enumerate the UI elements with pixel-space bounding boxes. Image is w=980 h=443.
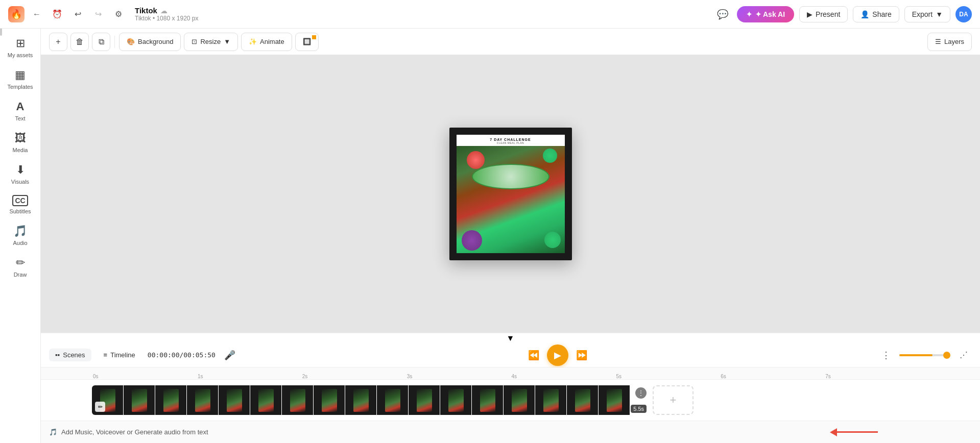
avatar[interactable]: DA — [955, 6, 972, 22]
effects-icon: 🔲 — [303, 38, 311, 45]
clip-thumb — [187, 385, 219, 415]
canvas-viewport[interactable]: 7 DAY CHALLENGE CLEAN MEAL PLAN — [41, 55, 980, 332]
timeline-clip[interactable]: ✏ ⋮ 5.5s — [92, 385, 649, 415]
expand-timeline-button[interactable]: ⋰ — [955, 347, 972, 363]
timeline-collapse-button[interactable]: ▼ — [41, 333, 980, 343]
sidebar-item-visuals[interactable]: ⬇ Visuals — [2, 159, 39, 189]
food-lime — [544, 232, 561, 248]
current-time: 00:00:00 — [148, 351, 180, 359]
layers-button[interactable]: ☰ Layers — [927, 33, 972, 51]
effects-button[interactable]: 🔲 — [295, 33, 319, 51]
sidebar: ⊞ My assets ▦ Templates A Text 🖼 Media ⬇… — [0, 29, 41, 443]
animate-button[interactable]: ✨ Animate — [241, 33, 292, 51]
header: 🔥 ← ⏰ ↩ ↪ ⚙ Tiktok ☁ Tiktok • 1080 x 192… — [0, 0, 980, 29]
play-button[interactable]: ▶ — [547, 344, 568, 366]
sidebar-item-my-assets[interactable]: ⊞ My assets — [2, 33, 39, 62]
timeline-tab[interactable]: ≡ Timeline — [98, 349, 141, 361]
draw-icon: ✏ — [16, 256, 25, 269]
ask-ai-icon: ✦ — [746, 10, 752, 18]
undo-button[interactable]: ↩ — [69, 6, 86, 22]
grid-view-button[interactable]: ⋮ — [878, 347, 894, 363]
canvas-card[interactable]: 7 DAY CHALLENGE CLEAN MEAL PLAN — [449, 128, 572, 260]
clip-thumb — [440, 385, 472, 415]
copy-icon: ⧉ — [99, 37, 104, 46]
layers-icon: ☰ — [935, 38, 941, 45]
chat-button[interactable]: 💬 — [713, 5, 732, 23]
clip-thumb — [124, 385, 155, 415]
sidebar-item-label: Text — [15, 115, 25, 121]
delete-button[interactable]: 🗑 — [70, 33, 89, 51]
project-subtitle: Tiktok • 1080 x 1920 px — [135, 15, 709, 22]
add-element-button[interactable]: + — [49, 33, 67, 51]
share-button[interactable]: 👤 Share — [853, 6, 899, 22]
ruler-mark-5s: 5s — [615, 374, 720, 379]
visuals-icon: ⬇ — [16, 163, 25, 177]
redo-button[interactable]: ↪ — [90, 6, 106, 22]
timeline-label: Timeline — [110, 351, 135, 359]
ask-ai-button[interactable]: ✦ ✦ Ask AI — [737, 6, 794, 22]
back-button[interactable]: ← — [29, 6, 45, 22]
ruler-mark-1s: 1s — [197, 374, 301, 379]
timeline-controls: ▪▪ Scenes ≡ Timeline 00:00:00/00:05:50 🎤… — [41, 343, 980, 367]
sidebar-item-text[interactable]: A Text — [2, 96, 39, 126]
canvas-card-sub: CLEAN MEAL PLAN — [461, 141, 561, 144]
text-icon: A — [16, 100, 25, 113]
sidebar-item-label: Draw — [14, 272, 27, 278]
background-button[interactable]: 🎨 Background — [119, 33, 181, 51]
zoom-track — [899, 354, 950, 356]
toolbar-separator — [114, 36, 115, 48]
sidebar-item-media[interactable]: 🖼 Media — [2, 128, 39, 157]
resize-chevron-icon: ▼ — [224, 38, 230, 45]
clip-duration-badge: 5.5s — [631, 405, 647, 413]
history-button[interactable]: ⏰ — [49, 6, 65, 22]
canvas-card-inner: 7 DAY CHALLENGE CLEAN MEAL PLAN — [457, 135, 565, 253]
copy-button[interactable]: ⧉ — [92, 33, 110, 51]
add-scene-icon: + — [670, 393, 677, 407]
arrow-line — [837, 431, 878, 433]
zoom-thumb[interactable] — [943, 352, 950, 359]
export-chevron-icon: ▼ — [936, 10, 943, 18]
arrow-indicator — [830, 428, 878, 436]
timeline-right: ⋮ ⋰ — [878, 347, 972, 363]
skip-back-button[interactable]: ⏪ — [525, 347, 542, 363]
sidebar-item-audio[interactable]: 🎵 Audio — [2, 220, 39, 250]
chevron-down-icon: ▼ — [507, 334, 515, 343]
sidebar-item-label: Visuals — [11, 179, 29, 185]
background-icon: 🎨 — [127, 38, 135, 45]
playback-controls: ⏪ ▶ ⏩ — [525, 344, 590, 366]
ruler-mark-7s: 7s — [824, 374, 929, 379]
zoom-slider[interactable] — [899, 354, 950, 356]
toolbar-right: ☰ Layers — [927, 33, 972, 51]
timeline-draw-icon: ✏ — [95, 402, 105, 412]
food-tomato — [467, 151, 485, 169]
scenes-tab[interactable]: ▪▪ Scenes — [49, 349, 91, 361]
clip-options-button[interactable]: ⋮ — [635, 387, 647, 399]
clip-thumb — [155, 385, 187, 415]
media-icon: 🖼 — [15, 132, 26, 145]
export-label: Export — [912, 10, 933, 18]
sidebar-item-draw[interactable]: ✏ Draw — [2, 252, 39, 282]
export-button[interactable]: Export ▼ — [904, 6, 950, 22]
present-label: Present — [816, 10, 840, 18]
music-icon: 🎵 — [49, 428, 57, 436]
subtitles-icon: CC — [12, 195, 28, 206]
audio-prompt-label: Add Music, Voiceover or Generate audio f… — [61, 428, 208, 436]
sidebar-item-subtitles[interactable]: CC Subtitles — [2, 191, 39, 218]
add-scene-button[interactable]: + — [653, 385, 694, 415]
ruler-marks: 0s 1s 2s 3s 4s 5s 6s 7s — [92, 367, 929, 379]
layers-label: Layers — [944, 38, 964, 45]
scenes-icon: ▪▪ — [55, 351, 60, 359]
add-audio-button[interactable]: 🎵 Add Music, Voiceover or Generate audio… — [49, 428, 208, 436]
audio-icon: 🎵 — [13, 225, 27, 238]
app-logo[interactable]: 🔥 — [8, 6, 25, 22]
skip-forward-button[interactable]: ⏩ — [573, 347, 590, 363]
main-area: ⊞ My assets ▦ Templates A Text 🖼 Media ⬇… — [0, 29, 980, 443]
microphone-button[interactable]: 🎤 — [222, 347, 238, 363]
sidebar-item-templates[interactable]: ▦ Templates — [2, 64, 39, 94]
audio-track-area: 🎵 Add Music, Voiceover or Generate audio… — [41, 421, 980, 443]
present-button[interactable]: ▶ Present — [799, 6, 848, 22]
ruler-mark-2s: 2s — [301, 374, 406, 379]
resize-button[interactable]: ⊡ Resize ▼ — [184, 33, 238, 51]
settings-button[interactable]: ⚙ — [110, 6, 127, 22]
share-icon: 👤 — [861, 10, 869, 18]
